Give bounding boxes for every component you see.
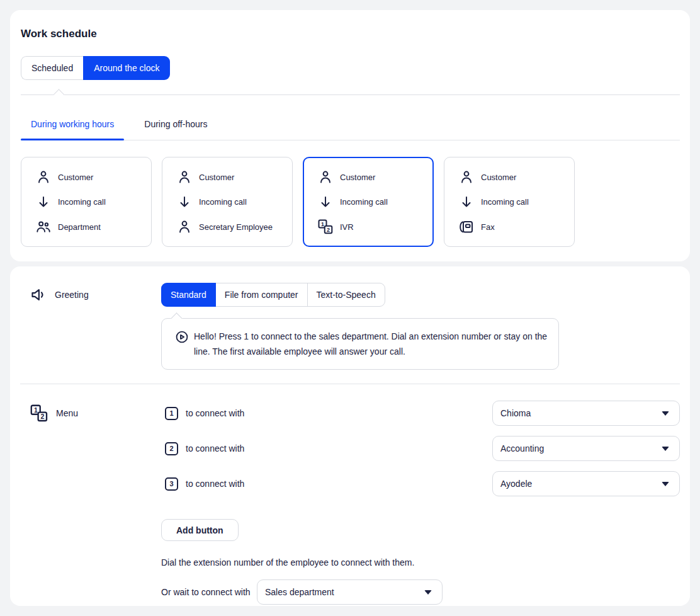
connect-1-value: Chioma [500, 408, 531, 418]
route-card-ivr-selected[interactable]: Customer Incoming call IVR [303, 157, 434, 247]
card-row: Customer [459, 165, 574, 189]
connect-text: to connect with [186, 479, 244, 489]
caret-down-icon [424, 590, 432, 595]
menu-row-key-group: 3 to connect with [161, 477, 252, 491]
route-cards-row: Customer Incoming call Department Custom… [21, 157, 680, 247]
caret-down-icon [662, 447, 669, 451]
card-row: Department [36, 215, 151, 239]
card-row: Customer [36, 165, 151, 189]
card-row: Incoming call [318, 190, 432, 214]
add-button[interactable]: Add button [161, 519, 239, 541]
fallback-value: Sales department [265, 587, 334, 597]
call-routing-settings-page: Work schedule Scheduled Around the clock… [0, 0, 700, 616]
ivr-menu-icon [30, 404, 48, 422]
card-row: Secretary Employee [177, 215, 292, 239]
menu-content: 1 to connect with Chioma 2 to connect wi… [161, 401, 680, 605]
arrow-down-icon [36, 195, 51, 210]
card-row-label: Department [58, 222, 101, 232]
card-row-label: Incoming call [481, 197, 529, 207]
arrow-down-icon [177, 195, 192, 210]
connect-2-value: Accounting [500, 443, 544, 453]
arrow-down-icon [318, 195, 333, 210]
connect-1-dropdown[interactable]: Chioma [492, 401, 680, 426]
card-row-label: IVR [340, 222, 354, 232]
connect-2-dropdown[interactable]: Accounting [492, 436, 680, 461]
greeting-section: Greeting Standard File from computer Tex… [20, 283, 680, 370]
caret-down-icon [662, 411, 669, 416]
key-3-badge: 3 [165, 477, 178, 491]
greeting-label-group: Greeting [20, 283, 161, 307]
person-icon [36, 169, 51, 185]
greeting-source-tabs: Standard File from computer Text-to-Spee… [161, 283, 385, 307]
card-row-label: Customer [481, 173, 516, 182]
fallback-label: Or wait to connect with [161, 587, 257, 597]
card-row-label: Secretary Employee [199, 222, 273, 232]
fallback-dropdown[interactable]: Sales department [257, 579, 443, 605]
greeting-content: Standard File from computer Text-to-Spee… [161, 283, 680, 370]
ivr-icon [318, 219, 333, 234]
card-row-label: Customer [340, 173, 375, 182]
connect-3-value: Ayodele [500, 479, 532, 489]
fax-icon [459, 219, 474, 234]
schedule-mode-toggle: Scheduled Around the clock [21, 56, 170, 80]
card-row-label: Incoming call [58, 197, 106, 207]
card-row-label: Customer [199, 173, 234, 182]
key-2-badge: 2 [165, 442, 178, 455]
person-icon [177, 219, 192, 234]
card-row: Fax [459, 215, 574, 239]
scheduled-mode-button[interactable]: Scheduled [21, 56, 83, 80]
card-row: IVR [318, 215, 432, 239]
route-card-fax[interactable]: Customer Incoming call Fax [444, 157, 575, 247]
greeting-message-bubble: Hello! Press 1 to connect to the sales d… [161, 318, 559, 370]
toggle-pointer-divider [21, 94, 680, 95]
play-button[interactable] [175, 330, 189, 344]
menu-label: Menu [56, 408, 78, 418]
around-the-clock-mode-button[interactable]: Around the clock [83, 56, 170, 80]
menu-section: Menu 1 to connect with Chioma 2 [20, 401, 680, 605]
card-row: Incoming call [36, 190, 151, 214]
card-row: Incoming call [459, 190, 574, 214]
route-card-department[interactable]: Customer Incoming call Department [21, 157, 152, 247]
connect-3-dropdown[interactable]: Ayodele [492, 471, 680, 496]
card-row-label: Customer [58, 173, 93, 182]
card-row: Customer [318, 165, 432, 189]
fallback-row: Or wait to connect with Sales department [161, 579, 680, 605]
card-row: Customer [177, 165, 292, 189]
menu-row-2: 2 to connect with Accounting [161, 436, 680, 461]
person-icon [459, 169, 474, 185]
speaker-icon [30, 287, 47, 303]
greeting-tab-file-from-computer[interactable]: File from computer [216, 283, 307, 306]
greeting-label: Greeting [55, 290, 89, 300]
tab-during-off-hours[interactable]: During off-hours [134, 108, 217, 140]
greeting-tab-text-to-speech[interactable]: Text-to-Speech [307, 283, 385, 306]
work-schedule-panel: Work schedule Scheduled Around the clock… [10, 10, 690, 261]
menu-row-3: 3 to connect with Ayodele [161, 471, 680, 496]
department-icon [36, 219, 51, 234]
card-row-label: Fax [481, 222, 495, 232]
bubble-tail [171, 312, 182, 324]
menu-row-1: 1 to connect with Chioma [161, 401, 680, 426]
connect-text: to connect with [186, 443, 244, 453]
card-row-label: Incoming call [340, 197, 388, 207]
key-1-badge: 1 [165, 407, 178, 420]
caret-down-icon [662, 482, 669, 486]
menu-label-group: Menu [20, 401, 161, 426]
section-divider [20, 384, 680, 384]
menu-row-key-group: 2 to connect with [161, 442, 252, 455]
menu-row-key-group: 1 to connect with [161, 407, 252, 420]
person-icon [177, 169, 192, 185]
tab-during-working-hours[interactable]: During working hours [21, 108, 124, 140]
person-icon [318, 169, 333, 185]
play-icon [175, 330, 189, 344]
greeting-tab-standard[interactable]: Standard [161, 283, 216, 307]
card-row-label: Incoming call [199, 197, 247, 207]
route-card-secretary-employee[interactable]: Customer Incoming call Secretary Employe… [162, 157, 293, 247]
extension-hint-text: Dial the extension number of the employe… [161, 557, 680, 568]
connect-text: to connect with [186, 408, 244, 418]
hours-tabs: During working hours During off-hours [21, 108, 680, 140]
page-title: Work schedule [21, 28, 680, 40]
ivr-settings-panel: Greeting Standard File from computer Tex… [10, 266, 690, 606]
greeting-message-text: Hello! Press 1 to connect to the sales d… [194, 329, 550, 359]
arrow-down-icon [459, 195, 474, 210]
pointer-notch [53, 89, 64, 100]
